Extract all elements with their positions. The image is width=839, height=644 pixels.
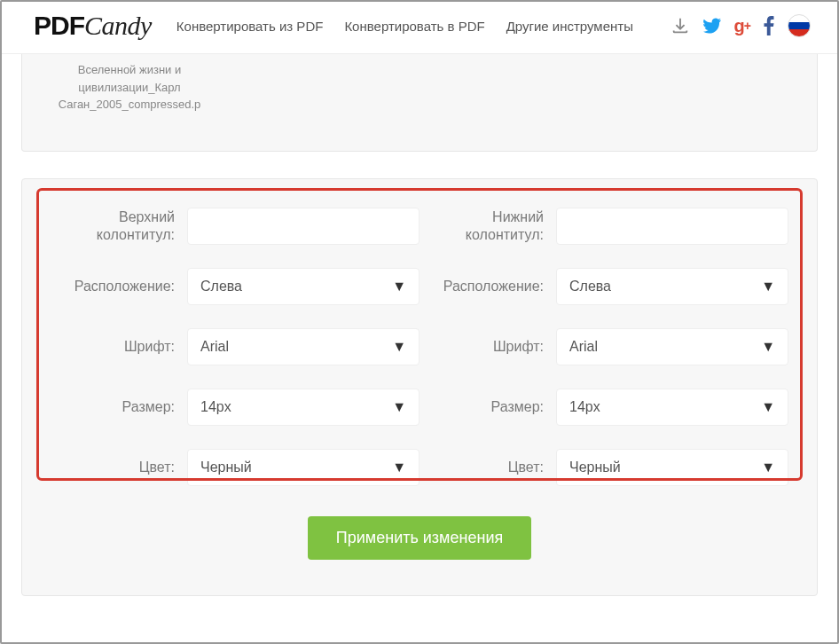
chevron-down-icon: ▼ [761,459,775,475]
footer-column: Нижний колонтитул: Расположение: Слева ▼ [420,208,788,486]
chevron-down-icon: ▼ [761,279,775,295]
nav-convert-from-pdf[interactable]: Конвертировать из PDF [176,19,324,34]
header-position-label: Расположение: [51,278,175,295]
header-position-value: Слева [200,279,242,295]
footer-size-select[interactable]: 14px ▼ [556,389,788,426]
logo-pdf: PDF [34,11,84,40]
download-icon[interactable] [670,16,690,35]
header-color-label: Цвет: [51,459,175,476]
language-flag-ru[interactable] [788,14,811,37]
header-color-value: Черный [200,459,252,475]
footer-text-input[interactable] [556,208,788,245]
chevron-down-icon: ▼ [392,339,406,355]
header-font-value: Arial [200,339,229,355]
footer-position-value: Слева [569,279,611,295]
footer-text-label: Нижний колонтитул: [420,208,544,244]
google-plus-icon[interactable]: g+ [734,16,750,36]
header-font-label: Шрифт: [51,338,175,356]
topbar: PDFCandy Конвертировать из PDF Конвертир… [2,2,837,54]
footer-size-label: Размер: [420,398,544,416]
header-column: Верхний колонтитул: Расположение: Слева … [51,208,420,486]
logo-candy: Candy [84,11,152,40]
footer-font-select[interactable]: Arial ▼ [556,328,788,365]
chevron-down-icon: ▼ [392,279,406,295]
facebook-icon[interactable] [763,16,775,35]
footer-size-value: 14px [569,399,600,415]
footer-font-label: Шрифт: [420,338,544,356]
header-size-value: 14px [200,399,231,415]
header-text-label: Верхний колонтитул: [51,208,175,244]
header-text-input[interactable] [187,208,420,245]
footer-color-value: Черный [569,459,621,475]
footer-position-select[interactable]: Слева ▼ [556,268,788,305]
header-size-label: Размер: [51,398,175,416]
header-font-select[interactable]: Arial ▼ [187,328,420,365]
twitter-icon[interactable] [702,16,722,35]
footer-color-select[interactable]: Черный ▼ [556,449,788,486]
chevron-down-icon: ▼ [761,339,775,355]
file-name: Вселенной жизни и цивилизации_Карл Саган… [36,61,223,114]
nav-convert-to-pdf[interactable]: Конвертировать в PDF [344,19,484,34]
main-nav: Конвертировать из PDF Конвертировать в P… [176,19,633,34]
logo[interactable]: PDFCandy [34,11,152,41]
nav-other-tools[interactable]: Другие инструменты [506,19,633,34]
chevron-down-icon: ▼ [392,399,406,415]
apply-button[interactable]: Применить изменения [308,516,531,560]
footer-position-label: Расположение: [420,278,544,295]
chevron-down-icon: ▼ [761,399,775,415]
footer-font-value: Arial [569,339,598,355]
chevron-down-icon: ▼ [392,459,406,475]
header-color-select[interactable]: Черный ▼ [187,449,420,486]
header-size-select[interactable]: 14px ▼ [187,389,420,426]
settings-panel: Верхний колонтитул: Расположение: Слева … [21,178,818,596]
footer-color-label: Цвет: [420,459,544,476]
file-panel: Вселенной жизни и цивилизации_Карл Саган… [21,54,818,152]
header-position-select[interactable]: Слева ▼ [187,268,420,305]
